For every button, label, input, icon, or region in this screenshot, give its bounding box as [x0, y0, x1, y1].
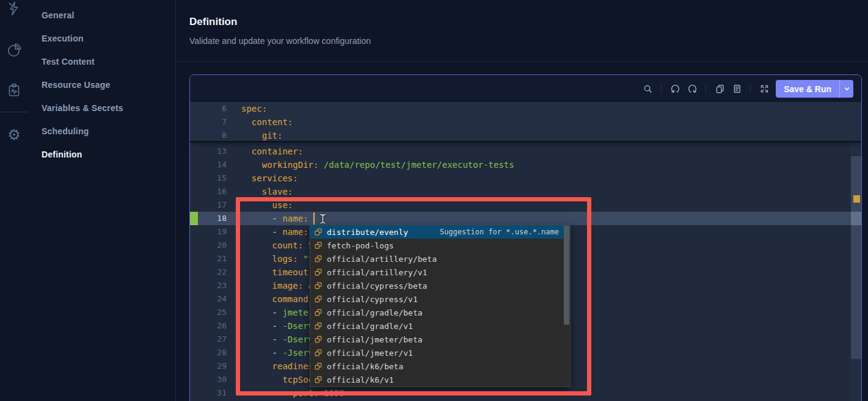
reference-icon [314, 241, 323, 250]
code-text: container: [230, 145, 861, 158]
suggestion-item-official-artillery-v1[interactable]: official/artillery/v1 [310, 266, 570, 279]
suggestion-item-official-jmeter-v1[interactable]: official/jmeter/v1 [310, 346, 570, 359]
copy-icon[interactable] [711, 80, 728, 97]
suggestion-item-official-artillery-beta[interactable]: official/artillery/beta [310, 252, 570, 266]
settings-nav: GeneralExecutionTest ContentResource Usa… [29, 4, 175, 166]
line-number: 21 [190, 252, 230, 266]
code-line-18[interactable]: 18- name: [190, 212, 861, 225]
line-number: 24 [190, 292, 230, 306]
text-cursor [313, 212, 315, 225]
reference-icon [314, 322, 323, 330]
page-title: Definition [189, 16, 237, 28]
line-number: 15 [190, 172, 230, 185]
reference-icon [314, 362, 323, 370]
line-number: 22 [190, 266, 230, 279]
suggestion-label: official/k6/v1 [327, 375, 394, 385]
page-subtitle: Validate and update your workflow config… [189, 36, 371, 46]
editor-toolbar: Save & Run [190, 75, 861, 102]
line-number: 23 [190, 279, 230, 292]
code-text: git: [230, 129, 861, 142]
code-line-14[interactable]: 14workingDir: /data/repo/test/jmeter/exe… [190, 158, 861, 172]
code-line-15[interactable]: 15services: [190, 172, 861, 185]
reference-icon [314, 255, 323, 263]
code-line-16[interactable]: 16slave: [190, 185, 861, 198]
suggestion-item-fetch-pod-logs[interactable]: fetch-pod-logs [310, 239, 570, 252]
save-and-run-label: Save & Run [776, 80, 839, 98]
rail-divider [1, 112, 27, 112]
scrollbar-thumb[interactable] [851, 156, 861, 359]
sidebar-item-execution[interactable]: Execution [29, 27, 175, 50]
sidebar-item-general[interactable]: General [29, 4, 175, 27]
code-editor-area[interactable]: 6spec:7content:8git: 13container:14worki… [190, 102, 861, 401]
definition-editor[interactable]: Save & Run 6spec:7content:8git: 13contai… [189, 74, 862, 401]
code-text: slave: [230, 185, 861, 198]
suggestion-label: distribute/evenly [327, 228, 408, 237]
sidebar-item-definition[interactable]: Definition [29, 143, 175, 166]
reference-icon [314, 268, 323, 276]
line-number: 31 [190, 386, 230, 400]
reference-icon [314, 281, 323, 290]
sidebar-item-resource-usage[interactable]: Resource Usage [29, 73, 175, 96]
line-number: 19 [190, 225, 230, 239]
code-line-8[interactable]: 8git: [190, 129, 861, 142]
line-number: 17 [190, 198, 230, 212]
paste-icon[interactable] [728, 80, 745, 97]
undo-icon[interactable] [666, 80, 684, 97]
gear-icon[interactable]: ⚙ [5, 126, 23, 144]
save-and-run-button[interactable]: Save & Run [776, 80, 853, 98]
sidebar-item-scheduling[interactable]: Scheduling [29, 120, 175, 143]
code-line-7[interactable]: 7content: [190, 115, 861, 129]
suggestion-item-distribute-evenly[interactable]: distribute/evenlySuggestion for *.use.*.… [310, 225, 570, 239]
sidebar-item-variables-secrets[interactable]: Variables & Secrets [29, 96, 175, 120]
mouse-ibeam-cursor [319, 214, 326, 226]
suggestion-label: official/artillery/v1 [327, 268, 427, 277]
suggestion-item-official-cypress-v1[interactable]: official/cypress/v1 [310, 292, 570, 306]
editor-toolbar-icons [639, 75, 783, 102]
search-icon[interactable] [639, 80, 656, 97]
suggestion-item-official-k6-v1[interactable]: official/k6/v1 [310, 373, 570, 386]
lightning-icon[interactable] [5, 0, 23, 18]
line-number: 20 [190, 239, 230, 252]
line-number: 14 [190, 158, 230, 172]
code-line-31[interactable]: 31port: 1099 [190, 386, 861, 400]
suggestion-item-official-gradle-beta[interactable]: official/gradle/beta [310, 306, 570, 319]
save-options-chevron[interactable] [839, 80, 853, 98]
icon-rail: ⚙ [0, 0, 29, 401]
code-line-6[interactable]: 6spec: [190, 102, 861, 115]
suggestion-label: official/artillery/beta [327, 255, 437, 264]
dropdown-scrollbar-thumb[interactable] [564, 226, 569, 325]
suggestion-item-official-cypress-beta[interactable]: official/cypress/beta [310, 279, 570, 292]
editor-scrollbar[interactable] [851, 102, 861, 401]
expand-icon[interactable] [756, 80, 773, 97]
code-text: port: 1099 [230, 386, 861, 400]
reference-icon [314, 228, 323, 236]
code-text: services: [230, 172, 861, 185]
code-line-13[interactable]: 13container: [190, 145, 861, 158]
report-icon[interactable] [5, 81, 23, 99]
suggestion-item-official-k6-beta[interactable]: official/k6/beta [310, 359, 570, 373]
reference-icon [314, 375, 323, 384]
code-text: content: [230, 115, 861, 129]
app-window: ⚙ GeneralExecutionTest ContentResource U… [0, 0, 868, 401]
code-text: spec: [230, 102, 861, 115]
reference-icon [314, 308, 323, 317]
reference-icon [314, 295, 323, 303]
suggestion-label: official/gradle/beta [327, 308, 423, 317]
redo-icon[interactable] [684, 80, 701, 97]
code-line-17[interactable]: 17use: [190, 198, 861, 212]
line-number: 8 [190, 129, 230, 142]
line-number: 29 [190, 359, 230, 373]
sidebar-item-test-content[interactable]: Test Content [29, 50, 175, 73]
suggestion-label: official/jmeter/beta [327, 335, 423, 344]
line-number: 27 [190, 333, 230, 346]
line-number: 7 [190, 115, 230, 129]
reference-icon [314, 335, 323, 344]
suggestion-item-official-jmeter-beta[interactable]: official/jmeter/beta [310, 333, 570, 346]
suggestion-hint: Suggestion for *.use.*.name [440, 228, 570, 236]
header-divider [176, 61, 868, 62]
suggestion-label: official/k6/beta [327, 362, 403, 371]
suggestion-item-official-gradle-v1[interactable]: official/gradle/v1 [310, 319, 570, 333]
autocomplete-dropdown: distribute/evenlySuggestion for *.use.*.… [310, 225, 571, 387]
pie-chart-icon[interactable] [5, 41, 23, 59]
suggestion-label: official/gradle/v1 [327, 322, 413, 331]
